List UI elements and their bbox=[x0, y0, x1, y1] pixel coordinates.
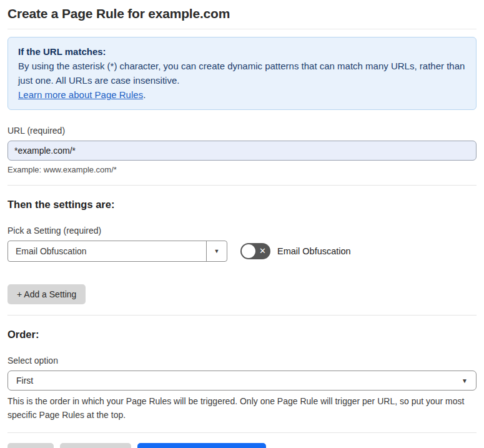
order-section-heading: Order: bbox=[7, 329, 477, 341]
setting-dropdown-value: Email Obfuscation bbox=[8, 241, 206, 261]
add-setting-button[interactable]: + Add a Setting bbox=[7, 284, 86, 304]
setting-dropdown[interactable]: Email Obfuscation ▼ bbox=[7, 241, 227, 262]
link-suffix: . bbox=[143, 89, 146, 100]
url-input[interactable] bbox=[7, 141, 477, 161]
save-and-deploy-button[interactable]: Save and Deploy Page Rule bbox=[137, 443, 266, 448]
pick-setting-label: Pick a Setting (required) bbox=[7, 226, 477, 236]
settings-section-heading: Then the settings are: bbox=[7, 199, 477, 211]
order-select-value: First bbox=[16, 376, 462, 386]
url-field-label: URL (required) bbox=[7, 126, 477, 136]
page-rule-form: Create a Page Rule for example.com If th… bbox=[0, 0, 484, 448]
toggle-knob bbox=[242, 244, 255, 258]
divider bbox=[7, 432, 477, 433]
page-title: Create a Page Rule for example.com bbox=[7, 6, 477, 29]
toggle-off-x-icon: ✕ bbox=[259, 243, 266, 259]
setting-dropdown-caret-button[interactable]: ▼ bbox=[206, 241, 227, 261]
url-section: URL (required) Example: www.example.com/… bbox=[7, 126, 477, 174]
divider bbox=[7, 185, 477, 186]
caret-down-icon: ▼ bbox=[462, 377, 468, 384]
order-help-text: This is the order in which your Page Rul… bbox=[7, 394, 477, 422]
save-as-draft-button[interactable]: Save as Draft bbox=[60, 443, 132, 448]
setting-row: Email Obfuscation ▼ ✕ Email Obfuscation bbox=[7, 241, 477, 262]
toggle-label: Email Obfuscation bbox=[277, 246, 351, 256]
caret-down-icon: ▼ bbox=[214, 248, 220, 254]
order-select[interactable]: First ▼ bbox=[7, 371, 477, 391]
footer-actions: Cancel Save as Draft Save and Deploy Pag… bbox=[7, 443, 477, 448]
info-box-heading: If the URL matches: bbox=[18, 44, 466, 59]
learn-more-link[interactable]: Learn more about Page Rules bbox=[18, 89, 143, 100]
email-obfuscation-toggle-group: ✕ Email Obfuscation bbox=[240, 243, 351, 259]
info-box-body: By using the asterisk (*) character, you… bbox=[18, 59, 466, 87]
url-match-info-box: If the URL matches: By using the asteris… bbox=[7, 37, 477, 110]
divider bbox=[7, 315, 477, 316]
order-select-label: Select option bbox=[7, 356, 477, 366]
cancel-button[interactable]: Cancel bbox=[7, 443, 54, 448]
url-example-text: Example: www.example.com/* bbox=[7, 165, 477, 174]
email-obfuscation-toggle[interactable]: ✕ bbox=[240, 243, 270, 259]
info-box-link-line: Learn more about Page Rules. bbox=[18, 87, 466, 102]
